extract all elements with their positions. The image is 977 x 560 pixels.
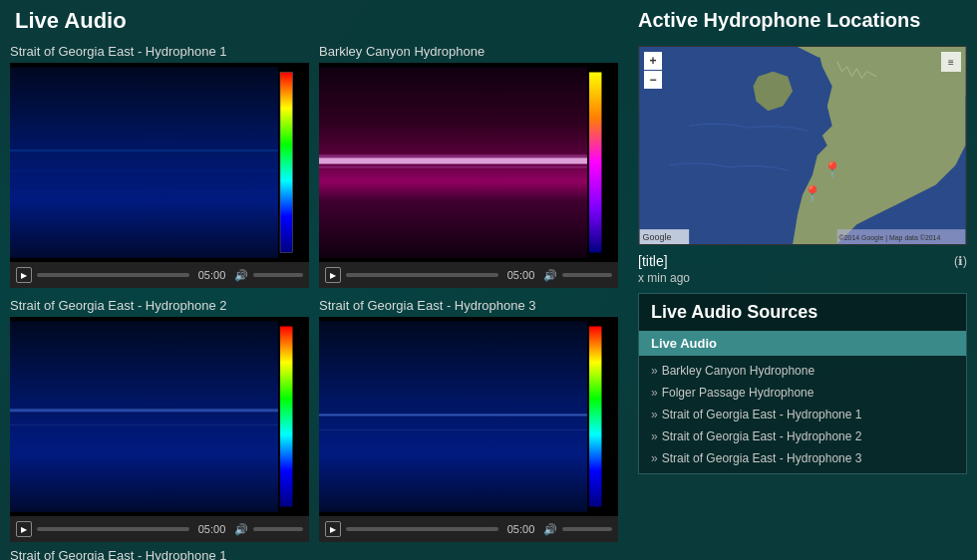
selected-location-time: x min ago — [638, 271, 967, 285]
progress-bar-4[interactable] — [346, 527, 498, 531]
audio-source-item-3[interactable]: Strait of Georgia East - Hydrophone 2 — [639, 425, 966, 447]
map-controls: + − — [644, 52, 662, 89]
volume-slider-1[interactable] — [253, 273, 303, 277]
main-container: Live Audio Strait of Georgia East - Hydr… — [0, 0, 977, 560]
svg-rect-2 — [10, 170, 278, 171]
right-column: Active Hydrophone Locations 📍 📍 — [628, 0, 977, 560]
svg-rect-13 — [10, 424, 278, 425]
audio-source-item-0[interactable]: Barkley Canyon Hydrophone — [639, 360, 966, 382]
video-item-4: Strait of Georgia East - Hydrophone 3 05… — [319, 298, 618, 542]
volume-icon-1: 🔊 — [234, 269, 248, 282]
svg-rect-18 — [589, 326, 601, 506]
bottom-video-label: Strait of Georgia East - Hydrophone 1 — [10, 548, 618, 560]
svg-rect-4 — [280, 72, 292, 252]
svg-rect-16 — [319, 414, 587, 416]
video-label-1: Strait of Georgia East - Hydrophone 1 — [10, 44, 309, 59]
svg-text:Google: Google — [643, 232, 672, 242]
svg-text:📍: 📍 — [803, 184, 822, 203]
svg-rect-10 — [589, 72, 601, 252]
svg-text:©2014 Google | Map data ©2014: ©2014 Google | Map data ©2014 — [839, 234, 941, 242]
map-container[interactable]: 📍 📍 Google ©2014 Google | Map data ©2014… — [638, 46, 967, 245]
video-label-3: Strait of Georgia East - Hydrophone 2 — [10, 298, 309, 313]
svg-rect-7 — [319, 157, 587, 163]
selected-location-title: [title] — [638, 253, 668, 269]
spectrogram-3 — [10, 317, 309, 516]
video-label-2: Barkley Canyon Hydrophone — [319, 44, 618, 59]
video-controls-4: 05:00 🔊 — [319, 516, 618, 542]
svg-rect-0 — [10, 67, 278, 257]
play-button-1[interactable] — [16, 267, 32, 283]
svg-rect-9 — [319, 166, 587, 168]
video-label-4: Strait of Georgia East - Hydrophone 3 — [319, 298, 618, 313]
progress-bar-1[interactable] — [37, 273, 189, 277]
audio-source-item-2[interactable]: Strait of Georgia East - Hydrophone 1 — [639, 404, 966, 425]
svg-rect-15 — [319, 321, 587, 511]
svg-rect-11 — [10, 321, 278, 511]
play-button-4[interactable] — [325, 521, 341, 537]
volume-slider-2[interactable] — [562, 273, 612, 277]
volume-icon-4: 🔊 — [543, 523, 557, 536]
svg-rect-3 — [10, 190, 278, 191]
video-grid: Strait of Georgia East - Hydrophone 1 — [10, 44, 618, 542]
video-controls-2: 05:00 🔊 — [319, 262, 618, 288]
svg-rect-8 — [319, 154, 587, 157]
time-display-4: 05:00 — [503, 523, 538, 535]
spectrogram-4 — [319, 317, 618, 516]
time-display-2: 05:00 — [503, 269, 538, 281]
volume-icon-3: 🔊 — [234, 523, 248, 536]
spectrogram-2 — [319, 63, 618, 262]
audio-source-item-1[interactable]: Folger Passage Hydrophone — [639, 382, 966, 404]
play-button-2[interactable] — [325, 267, 341, 283]
video-controls-3: 05:00 🔊 — [10, 516, 309, 542]
audio-sources-list: Barkley Canyon Hydrophone Folger Passage… — [639, 356, 966, 473]
svg-rect-12 — [10, 409, 278, 412]
audio-sources-section: Live Audio Sources Live Audio Barkley Ca… — [638, 293, 967, 474]
volume-slider-3[interactable] — [253, 527, 303, 531]
left-column: Live Audio Strait of Georgia East - Hydr… — [0, 0, 628, 560]
progress-bar-2[interactable] — [346, 273, 498, 277]
svg-rect-1 — [10, 149, 278, 151]
page-title: Live Audio — [10, 8, 618, 34]
map-svg: 📍 📍 Google ©2014 Google | Map data ©2014 — [639, 47, 966, 244]
video-controls-1: 05:00 🔊 — [10, 262, 309, 288]
map-layers-button[interactable]: ≡ — [941, 52, 961, 72]
audio-sources-title: Live Audio Sources — [639, 294, 966, 331]
audio-source-item-4[interactable]: Strait of Georgia East - Hydrophone 3 — [639, 447, 966, 469]
map-zoom-out-button[interactable]: − — [644, 71, 662, 89]
time-display-3: 05:00 — [194, 523, 229, 535]
video-item-2: Barkley Canyon Hydrophone — [319, 44, 618, 288]
info-icon[interactable]: (ℹ) — [954, 254, 967, 268]
video-item-1: Strait of Georgia East - Hydrophone 1 — [10, 44, 309, 288]
time-display-1: 05:00 — [194, 269, 229, 281]
map-section-title: Active Hydrophone Locations — [638, 8, 967, 32]
svg-rect-17 — [319, 429, 587, 430]
svg-text:📍: 📍 — [822, 160, 842, 179]
video-item-3: Strait of Georgia East - Hydrophone 2 — [10, 298, 309, 542]
volume-icon-2: 🔊 — [543, 269, 557, 282]
audio-sources-header: Live Audio — [639, 331, 966, 356]
progress-bar-3[interactable] — [37, 527, 189, 531]
volume-slider-4[interactable] — [562, 527, 612, 531]
play-button-3[interactable] — [16, 521, 32, 537]
selected-location-info: [title] (ℹ) x min ago — [638, 253, 967, 285]
map-zoom-in-button[interactable]: + — [644, 52, 662, 70]
svg-rect-14 — [280, 326, 292, 506]
spectrogram-1 — [10, 63, 309, 262]
